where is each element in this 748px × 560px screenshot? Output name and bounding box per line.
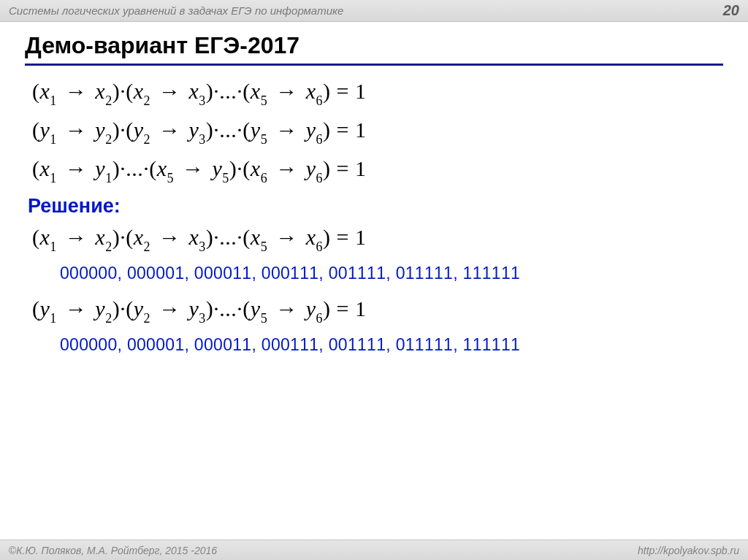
footer-copyright: ©К.Ю. Поляков, М.А. Ройтберг, 2015 -2016: [9, 545, 217, 556]
equation-3: (x1 → y1)·...·(x5 → y5)·(x6 → y6) = 1: [32, 156, 723, 185]
solution-values-1: 000000, 000001, 000011, 000111, 001111, …: [60, 264, 723, 283]
solution-equation-2: (y1 → y2)·(y2 → y3)·...·(y5 → y6) = 1: [32, 296, 723, 325]
header-bar: Системы логических уравнений в задачах Е…: [0, 0, 748, 22]
equation-system: (x1 → x2)·(x2 → x3)·...·(x5 → x6) = 1 (y…: [32, 79, 723, 185]
equation-1: (x1 → x2)·(x2 → x3)·...·(x5 → x6) = 1: [32, 79, 723, 107]
page-number: 20: [723, 2, 739, 19]
slide-content: Демо-вариант ЕГЭ-2017 (x1 → x2)·(x2 → x3…: [0, 22, 748, 355]
footer-url: http://kpolyakov.spb.ru: [638, 545, 739, 556]
header-title: Системы логических уравнений в задачах Е…: [9, 4, 343, 17]
solution-heading: Решение:: [28, 195, 723, 218]
slide-title: Демо-вариант ЕГЭ-2017: [25, 32, 723, 66]
equation-2: (y1 → y2)·(y2 → y3)·...·(y5 → y6) = 1: [32, 118, 723, 146]
solution-equation-1: (x1 → x2)·(x2 → x3)·...·(x5 → x6) = 1: [32, 225, 723, 253]
solution-values-2: 000000, 000001, 000011, 000111, 001111, …: [60, 335, 723, 355]
implies-icon: →: [65, 79, 88, 104]
copyright-icon: ©: [9, 545, 16, 556]
solution-block: (x1 → x2)·(x2 → x3)·...·(x5 → x6) = 1 00…: [32, 225, 723, 355]
footer-bar: ©К.Ю. Поляков, М.А. Ройтберг, 2015 -2016…: [0, 540, 748, 560]
